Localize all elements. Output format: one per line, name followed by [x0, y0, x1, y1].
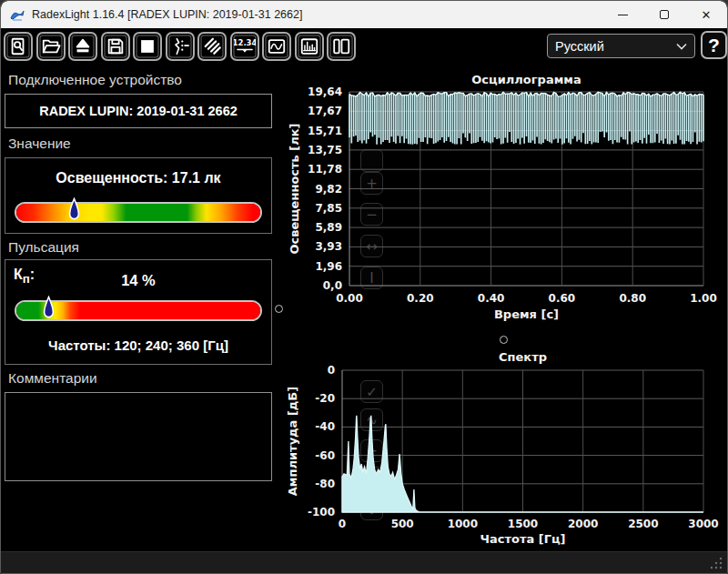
svg-text:0: 0 [339, 518, 346, 530]
svg-text:15,71: 15,71 [308, 125, 342, 137]
svg-text:2500: 2500 [628, 518, 658, 530]
open-file-button[interactable] [36, 32, 66, 61]
svg-text:0.60: 0.60 [549, 292, 576, 305]
illuminance-gradient [16, 204, 260, 221]
device-panel-header: Подключенное устройство [8, 72, 182, 88]
window-title: RadexLight 1.16.4 [RADEX LUPIN: 2019-01-… [32, 8, 302, 21]
svg-text:1.00: 1.00 [690, 292, 717, 305]
value-panel-header: Значение [8, 136, 71, 152]
svg-text:500: 500 [391, 518, 414, 530]
svg-text:17,67: 17,67 [308, 105, 342, 117]
svg-text:7,85: 7,85 [315, 202, 342, 215]
panels-icon [331, 36, 351, 56]
svg-text:2000: 2000 [568, 518, 598, 530]
oscillogram-chart[interactable]: +−↔IОсциллограммаОсвещенность [лк]19,641… [283, 70, 722, 332]
help-button[interactable]: ? [701, 31, 727, 59]
wave-box-icon [267, 36, 287, 56]
svg-text:3000: 3000 [688, 518, 718, 530]
pulsation-panel-header: Пульсация [8, 239, 79, 256]
resize-grip-icon[interactable] [710, 557, 723, 569]
svg-text:-20: -20 [315, 392, 335, 405]
stop-square-icon [137, 36, 157, 56]
maximize-icon [660, 10, 669, 19]
svg-text:-100: -100 [308, 506, 335, 519]
svg-text:Частота [Гц]: Частота [Гц] [480, 532, 565, 546]
svg-text:Амплитуда [дБ]: Амплитуда [дБ] [286, 387, 299, 496]
pulsation-scale-bar [15, 300, 262, 321]
titlebar: RadexLight 1.16.4 [RADEX LUPIN: 2019-01-… [1, 1, 727, 28]
minimize-button[interactable] [602, 1, 643, 28]
find-device-button[interactable] [4, 32, 33, 61]
spectrum-chart[interactable]: ✓∿+−↕СпектрАмплитуда [дБ]0-20-40-60-80-1… [283, 348, 722, 547]
language-value: Русский [555, 39, 604, 54]
pulsation-box: Кп: 14 % Частоты: 120; 240; 360 [Гц] [5, 259, 272, 365]
numeric-view-button[interactable]: 12.34 [230, 32, 259, 61]
svg-text:Спектр: Спектр [499, 350, 547, 364]
oscillogram-view-button[interactable] [262, 32, 291, 61]
maximize-button[interactable] [643, 1, 685, 28]
svg-text:0: 0 [328, 364, 335, 377]
spectrum-view-button[interactable] [295, 32, 324, 61]
illuminance-reading: Освещенность: 17.1 лк [5, 170, 271, 186]
open-folder-icon [41, 36, 61, 56]
waveform-settings-icon [170, 36, 190, 56]
svg-text:9,82: 9,82 [315, 183, 342, 196]
sweep-settings-button[interactable] [197, 32, 227, 61]
svg-text:0.80: 0.80 [619, 292, 646, 305]
save-file-button[interactable] [101, 32, 130, 61]
device-name: RADEX LUPIN: 2019-01-31 2662 [39, 104, 238, 118]
close-button[interactable]: ✕ [685, 1, 727, 28]
comments-input[interactable] [5, 392, 272, 481]
status-bar [1, 551, 727, 573]
language-select[interactable]: Русский [547, 34, 695, 58]
app-window: RadexLight 1.16.4 [RADEX LUPIN: 2019-01-… [0, 0, 728, 574]
svg-text:0.00: 0.00 [336, 292, 363, 305]
svg-text:0,0: 0,0 [323, 279, 342, 292]
vertical-splitter-grip[interactable] [275, 305, 283, 313]
svg-text:11,78: 11,78 [308, 163, 342, 176]
layout-view-button[interactable] [327, 32, 356, 61]
floppy-disk-icon [106, 36, 126, 56]
comments-panel-header: Комментарии [8, 370, 97, 387]
hatch-lines-icon [202, 36, 222, 56]
pulsation-marker-icon [43, 296, 55, 321]
kp-value: 14 % [5, 272, 271, 289]
magnifier-document-icon [8, 36, 28, 56]
illuminance-scale-bar [15, 202, 262, 223]
svg-text:19,64: 19,64 [308, 86, 342, 98]
svg-text:0.20: 0.20 [407, 292, 434, 305]
app-logo-icon [10, 7, 25, 23]
numeric-display-icon: 12.34 [234, 35, 256, 57]
eject-icon [73, 36, 93, 56]
connected-device-box: RADEX LUPIN: 2019-01-31 2662 [5, 94, 272, 128]
svg-text:12.34: 12.34 [234, 38, 256, 47]
svg-text:-40: -40 [315, 420, 335, 433]
svg-text:1,96: 1,96 [315, 260, 342, 273]
svg-text:-60: -60 [315, 449, 335, 462]
svg-text:0.40: 0.40 [478, 292, 505, 305]
svg-text:Освещенность [лк]: Освещенность [лк] [288, 123, 301, 254]
chevron-down-icon [676, 43, 687, 50]
stop-measurement-button[interactable] [133, 32, 162, 61]
svg-text:1500: 1500 [508, 518, 538, 530]
signal-settings-button[interactable] [166, 32, 195, 61]
svg-text:-80: -80 [315, 478, 335, 490]
svg-text:3,93: 3,93 [315, 240, 342, 253]
value-box: Освещенность: 17.1 лк [5, 157, 272, 234]
minimize-icon [618, 15, 628, 15]
svg-text:13,75: 13,75 [308, 144, 342, 156]
svg-text:5,89: 5,89 [315, 221, 342, 234]
svg-text:Время [с]: Время [с] [494, 307, 559, 321]
horizontal-splitter-grip[interactable] [500, 336, 508, 344]
svg-text:Осциллограмма: Осциллограмма [471, 73, 581, 86]
bars-box-icon [299, 36, 319, 56]
svg-text:1000: 1000 [448, 518, 478, 530]
eject-device-button[interactable] [68, 32, 97, 61]
illuminance-marker-icon [68, 197, 80, 223]
frequencies-label: Частоты: 120; 240; 360 [Гц] [5, 337, 271, 353]
